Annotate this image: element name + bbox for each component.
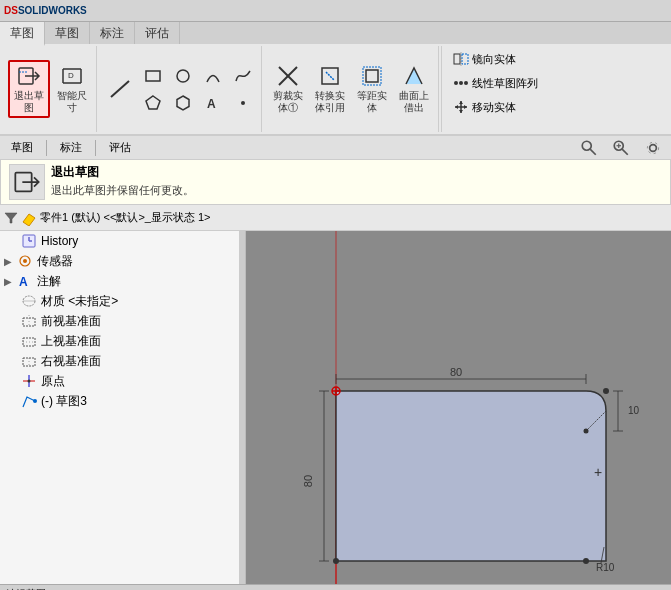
svg-text:D: D [68, 71, 74, 80]
canvas-area[interactable]: 80 10 80 R10 + [246, 231, 671, 584]
polygon-button[interactable] [139, 90, 167, 116]
tab-sketch1[interactable]: 草图 [0, 22, 45, 46]
origin-label: 原点 [41, 373, 235, 390]
tree-item-material[interactable]: 材质 <未指定> [0, 291, 239, 311]
filter-icon [4, 211, 18, 225]
annotation-svg-icon: A [17, 273, 33, 289]
history-svg-icon [21, 233, 37, 249]
point-button[interactable] [229, 90, 257, 116]
rectangle-button[interactable] [139, 63, 167, 89]
material-svg-icon [21, 293, 37, 309]
convert-entity-button[interactable]: 转换实体引用 [310, 61, 350, 117]
sketch3-svg-icon [21, 393, 37, 409]
svg-point-79 [603, 388, 609, 394]
smart-dim-button[interactable]: D 智能尺寸 [52, 61, 92, 117]
svg-rect-7 [146, 71, 160, 81]
sketch3-icon [20, 392, 38, 410]
svg-point-22 [459, 81, 463, 85]
sep2 [95, 140, 96, 156]
svg-point-24 [582, 141, 591, 150]
menu-sketch[interactable]: 草图 [4, 138, 40, 157]
svg-point-30 [650, 144, 657, 151]
tree-item-annotations[interactable]: ▶ A 注解 [0, 271, 239, 291]
history-label: History [41, 234, 235, 248]
surface-button[interactable]: 曲面上借出 [394, 61, 434, 117]
exit-sketch-icon [17, 64, 41, 88]
search-icon [580, 139, 598, 157]
group-exit-buttons: 退出草图 D 智能尺寸 [8, 48, 92, 130]
text-icon: A [204, 94, 222, 112]
menu-evaluate[interactable]: 评估 [102, 138, 138, 157]
linear-array-icon [453, 75, 469, 91]
svg-point-8 [177, 70, 189, 82]
sensor-svg-icon [17, 253, 33, 269]
tree-item-history[interactable]: History [0, 231, 239, 251]
sensors-expand[interactable]: ▶ [4, 256, 16, 267]
svg-rect-19 [462, 54, 468, 64]
circle-icon [174, 67, 192, 85]
svg-text:10: 10 [628, 405, 640, 416]
tree-item-front-plane[interactable]: 前视基准面 [0, 311, 239, 331]
group-lines: A [99, 46, 262, 132]
circle-button[interactable] [169, 63, 197, 89]
svg-text:R10: R10 [596, 562, 615, 573]
exit-sketch-button[interactable]: 退出草图 [8, 60, 50, 118]
tree-item-sensors[interactable]: ▶ 传感器 [0, 251, 239, 271]
arc-button[interactable] [199, 63, 227, 89]
svg-rect-15 [322, 68, 338, 84]
tab-evaluate[interactable]: 评估 [135, 22, 180, 44]
svg-point-51 [33, 399, 37, 403]
annotations-icon: A [16, 272, 34, 290]
tab-annotation[interactable]: 标注 [90, 22, 135, 44]
front-plane-label: 前视基准面 [41, 313, 235, 330]
cut-entity-button[interactable]: 剪裁实体① [268, 61, 308, 117]
svg-marker-33 [5, 213, 17, 223]
logo-sw: SOLIDWORKS [18, 5, 87, 16]
menu-annotation[interactable]: 标注 [53, 138, 89, 157]
move-entity-label: 移动实体 [472, 100, 516, 115]
hexagon-icon [174, 94, 192, 112]
hexagon-button[interactable] [169, 90, 197, 116]
smart-dim-label: 智能尺寸 [57, 90, 87, 114]
sep1 [46, 140, 47, 156]
linear-array-button[interactable]: 线性草图阵列 [446, 72, 545, 94]
search-button[interactable] [575, 137, 603, 159]
svg-rect-16 [366, 70, 378, 82]
svg-text:+: + [594, 464, 602, 480]
settings-button[interactable] [639, 137, 667, 159]
line-button[interactable] [103, 61, 137, 117]
svg-marker-9 [146, 96, 160, 109]
annotations-expand[interactable]: ▶ [4, 276, 16, 287]
ribbon: 草图 草图 标注 评估 退出草图 [0, 22, 671, 136]
tooltip-icon [13, 168, 41, 196]
move-entity-button[interactable]: 移动实体 [446, 96, 545, 118]
logo-ds: DS [4, 5, 18, 16]
annotations-label: 注解 [37, 273, 235, 290]
svg-point-50 [28, 380, 31, 383]
group-exit: 退出草图 D 智能尺寸 [4, 46, 97, 132]
svg-marker-10 [177, 96, 189, 110]
offset-entity-button[interactable]: 等距实体 [352, 61, 392, 117]
history-icon [20, 232, 38, 250]
status-text: 编辑草图 [6, 587, 46, 591]
text-button[interactable]: A [199, 90, 227, 116]
small-tools-row1 [139, 63, 257, 89]
tree-item-sketch3[interactable]: (-) 草图3 [0, 391, 239, 411]
sensors-label: 传感器 [37, 253, 235, 270]
top-bar: DS SOLIDWORKS [0, 0, 671, 22]
tree-item-right-plane[interactable]: 右视基准面 [0, 351, 239, 371]
toolbar2: 零件1 (默认) <<默认>_显示状态 1> [0, 205, 671, 231]
tree-item-top-plane[interactable]: 上视基准面 [0, 331, 239, 351]
sidebar: History ▶ 传感器 ▶ A 注解 [0, 231, 240, 584]
tree-item-origin[interactable]: 原点 [0, 371, 239, 391]
zoom-button[interactable] [607, 137, 635, 159]
group-right: 镜向实体 线性草图阵列 移动实体 [441, 46, 549, 132]
linear-array-label: 线性草图阵列 [472, 76, 538, 91]
tab-sketch2[interactable]: 草图 [45, 22, 90, 44]
cut-entity-icon [276, 64, 300, 88]
spline-button[interactable] [229, 63, 257, 89]
svg-text:80: 80 [450, 366, 462, 378]
svg-point-23 [464, 81, 468, 85]
mirror-button[interactable]: 镜向实体 [446, 48, 545, 70]
svg-line-25 [590, 149, 596, 155]
